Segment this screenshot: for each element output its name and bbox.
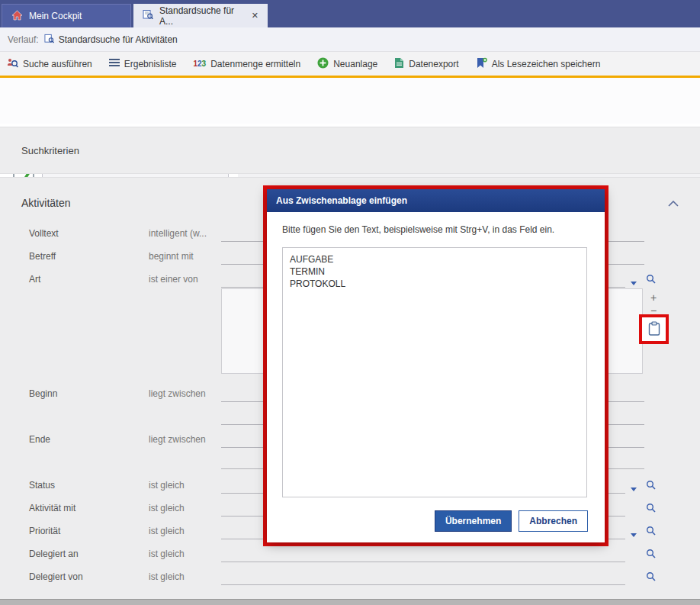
data-export-button[interactable]: Datenexport <box>394 57 458 71</box>
tab-bar: Mein Cockpit Standardsuche für A... ✕ <box>0 0 700 27</box>
field-label: Beginn <box>29 388 57 399</box>
home-icon <box>11 10 23 23</box>
new-record-button[interactable]: Neuanlage <box>317 57 377 71</box>
tab-mein-cockpit[interactable]: Mein Cockpit <box>2 4 131 27</box>
count-records-label: Datenmenge ermitteln <box>210 59 300 69</box>
dialog-buttons: Übernehmen Abbrechen <box>435 510 588 532</box>
search-icon[interactable] <box>646 480 656 492</box>
operator-select[interactable]: liegt zwischen <box>149 388 206 399</box>
search-icon[interactable] <box>646 549 656 561</box>
cancel-button[interactable]: Abbrechen <box>519 510 588 532</box>
operator-select[interactable]: liegt zwischen <box>149 434 206 445</box>
operator-select[interactable]: ist gleich <box>149 503 185 513</box>
tab-standardsuche[interactable]: Standardsuche für A... ✕ <box>133 4 268 27</box>
dialog-title-bar: Aus Zwischenablage einfügen <box>267 189 605 212</box>
search-icon[interactable] <box>646 274 656 286</box>
search-form-icon <box>143 9 153 22</box>
chevron-down-icon[interactable] <box>631 277 637 288</box>
history-item[interactable]: Standardsuche für Aktivitäten <box>44 34 178 46</box>
annotation-box-dialog: Aus Zwischenablage einfügen Bitte fügen … <box>263 185 608 546</box>
bookmark-add-icon <box>476 57 487 71</box>
annotation-box-clipboard <box>639 314 669 344</box>
delegiert-von-input[interactable] <box>221 567 625 585</box>
search-icon[interactable] <box>646 571 656 584</box>
search-form-icon <box>44 34 54 46</box>
criteria-section-header: Suchkriterien <box>0 127 700 174</box>
run-search-icon <box>6 57 18 71</box>
count-records-button[interactable]: 123 Datenmenge ermitteln <box>193 59 300 69</box>
criteria-row-delegiert-an: Delegiert an ist gleich <box>0 544 700 565</box>
history-item-label: Standardsuche für Aktivitäten <box>59 34 178 45</box>
dialog-body: Bitte fügen Sie den Text, beispielsweise… <box>267 212 605 542</box>
field-label: Status <box>29 480 55 491</box>
chevron-down-icon[interactable] <box>631 483 637 494</box>
history-label: Verlauf: <box>8 34 39 45</box>
count-icon: 123 <box>193 60 206 68</box>
operator-select[interactable]: intelligent (w... <box>149 228 207 239</box>
dialog-instruction: Bitte fügen Sie den Text, beispielsweise… <box>267 212 605 235</box>
chevron-up-icon[interactable] <box>668 198 679 209</box>
new-record-label: Neuanlage <box>333 59 377 69</box>
save-bookmark-label: Als Lesezeichen speichern <box>492 59 601 69</box>
result-list-button[interactable]: Ergebnisliste <box>109 58 177 69</box>
operator-select[interactable]: beginnt mit <box>149 251 194 262</box>
chevron-down-icon[interactable] <box>631 529 637 539</box>
field-label: Delegiert an <box>29 549 79 559</box>
field-label: Betreff <box>29 251 56 262</box>
apply-button[interactable]: Übernehmen <box>435 510 512 532</box>
run-search-label: Suche ausführen <box>23 59 92 69</box>
horizontal-scrollbar[interactable] <box>0 599 700 605</box>
add-icon[interactable]: + <box>648 291 659 304</box>
field-label: Art <box>29 274 40 285</box>
export-document-icon <box>394 57 404 71</box>
criteria-title: Suchkriterien <box>21 145 79 156</box>
save-bookmark-button[interactable]: Als Lesezeichen speichern <box>476 57 601 71</box>
paste-dialog: Aus Zwischenablage einfügen Bitte fügen … <box>267 189 605 542</box>
field-label: Delegiert von <box>29 571 83 582</box>
tab-label: Standardsuche für A... <box>159 5 246 27</box>
criteria-row-delegiert-von: Delegiert von ist gleich <box>0 567 700 588</box>
toolbar: Suche ausführen Ergebnisliste 123 Datenm… <box>0 52 700 76</box>
run-search-button[interactable]: Suche ausführen <box>6 57 92 71</box>
paste-from-clipboard-button[interactable] <box>648 321 660 338</box>
operator-select[interactable]: ist gleich <box>149 526 185 536</box>
data-export-label: Datenexport <box>409 59 458 69</box>
dialog-title: Aus Zwischenablage einfügen <box>276 195 407 206</box>
plus-circle-icon <box>317 57 329 71</box>
clipboard-textarea[interactable]: AUFGABE TERMIN PROTOKOLL <box>282 247 587 497</box>
field-label: Volltext <box>29 228 59 239</box>
operator-select[interactable]: ist gleich <box>149 549 185 559</box>
list-icon <box>109 58 120 69</box>
search-icon[interactable] <box>646 526 656 538</box>
field-label: Aktivität mit <box>29 503 75 513</box>
operator-select[interactable]: ist einer von <box>149 274 198 285</box>
tab-label: Mein Cockpit <box>29 11 82 21</box>
history-bar: Verlauf: Standardsuche für Aktivitäten <box>0 27 700 52</box>
operator-select[interactable]: ist gleich <box>149 571 185 582</box>
search-selection-row: Suche auswählen Standardsuche für Aktivi… <box>0 78 700 124</box>
activities-title: Aktivitäten <box>21 197 71 209</box>
search-icon[interactable] <box>646 503 656 515</box>
field-label: Priorität <box>29 526 60 536</box>
operator-select[interactable]: ist gleich <box>149 480 185 491</box>
delegiert-an-input[interactable] <box>221 544 625 562</box>
app-window: Mein Cockpit Standardsuche für A... ✕ Ve… <box>0 0 700 605</box>
result-list-label: Ergebnisliste <box>124 59 177 69</box>
close-icon[interactable]: ✕ <box>252 11 258 21</box>
field-label: Ende <box>29 434 50 445</box>
